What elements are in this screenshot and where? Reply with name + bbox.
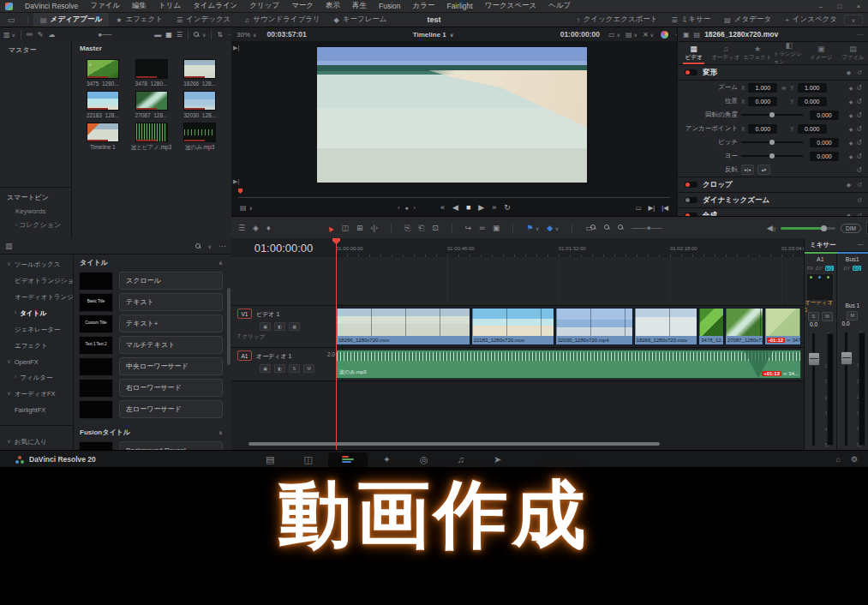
media-clip[interactable]: 22183_128...: [83, 91, 123, 121]
media-clip[interactable]: Timeline 1: [83, 123, 123, 154]
menu-item[interactable]: ファイル: [84, 0, 126, 12]
effects-more-options-icon[interactable]: ···: [218, 242, 226, 250]
media-clip-thumbnail[interactable]: [183, 59, 216, 79]
marker-dropdown[interactable]: ◆ ∨: [547, 224, 559, 232]
title-preset-thumbnail[interactable]: [79, 400, 113, 419]
menu-item[interactable]: ワークスペース: [479, 0, 543, 12]
stop-button[interactable]: ■: [466, 203, 470, 212]
title-preset-name[interactable]: スクロール: [119, 272, 223, 290]
menu-item[interactable]: 再生: [346, 0, 373, 12]
title-preset-name[interactable]: 中央ローワーサード: [119, 357, 223, 375]
retime-curve-icon[interactable]: ↪: [465, 224, 472, 232]
timeline-video-clip[interactable]: 18266_1280x720.mov: [336, 308, 470, 345]
effects-tree-item[interactable]: › タイトル: [0, 309, 73, 326]
menu-item[interactable]: 編集: [126, 0, 153, 12]
title-preset[interactable]: 右ローワーサード: [73, 377, 231, 398]
reset-icon[interactable]: ↺: [856, 166, 862, 174]
fusion-title-thumbnail[interactable]: [79, 441, 113, 451]
reset-icon[interactable]: ↺: [856, 153, 862, 160]
collapse-icon[interactable]: ∧: [218, 260, 223, 267]
menu-item[interactable]: DaVinci Resolve: [19, 0, 84, 12]
menu-item[interactable]: カラー: [407, 0, 441, 12]
title-preset[interactable]: Custom Title テキスト+: [73, 313, 231, 334]
loop-button[interactable]: ↻: [504, 203, 511, 212]
media-clip[interactable]: 27087_128...: [131, 91, 172, 121]
fusion-page-tab[interactable]: ✦: [383, 454, 391, 465]
title-preset-name[interactable]: 右ローワーサード: [119, 379, 223, 397]
eq-curve-display[interactable]: [806, 273, 834, 301]
title-preset-name[interactable]: テキスト+: [119, 314, 223, 332]
viewer-mode-dropdown[interactable]: ▤ ∨: [240, 204, 253, 212]
inspector-tab[interactable]: ★ エフェクト: [741, 42, 773, 64]
position-lock-icon[interactable]: ▣: [493, 224, 500, 232]
viewer-scrub-bar[interactable]: [238, 189, 670, 198]
flip-horizontal-button[interactable]: ▸|◂: [741, 165, 754, 175]
media-clip-thumbnail[interactable]: [135, 91, 168, 111]
timeline-video-clip[interactable]: 32030_1280x720.mp4: [555, 308, 633, 345]
media-clip[interactable]: 3478_1280...: [131, 59, 172, 89]
effects-tree-item[interactable]: ∨ オーディオFX: [0, 390, 73, 406]
timeline-horizontal-scrollbar[interactable]: [248, 442, 660, 446]
trim-edit-mode-icon[interactable]: ◫: [342, 224, 350, 232]
effects-tree-item[interactable]: ビデオトランジション: [0, 277, 73, 293]
minimize-button[interactable]: –: [811, 0, 830, 12]
gang-dropdown[interactable]: ▤ ∨: [626, 31, 638, 39]
mute-button[interactable]: M: [303, 364, 314, 373]
dynamic-zoom-section-header[interactable]: ダイナミックズーム ↺: [678, 193, 868, 208]
timeline-video-clip[interactable]: -01:12 ∞ 347...: [764, 308, 801, 345]
channel-id[interactable]: A1: [817, 254, 824, 264]
title-preset-name[interactable]: マルチテキスト: [119, 336, 223, 354]
media-clip[interactable]: 18266_128...: [180, 59, 219, 89]
go-to-end-button[interactable]: »: [492, 203, 496, 212]
project-settings-gear-icon[interactable]: ⚙: [851, 455, 858, 464]
fader-handle[interactable]: [841, 351, 853, 365]
channel-id[interactable]: Bus1: [846, 254, 859, 264]
inspector-tab[interactable]: ▣ イメージ: [805, 42, 837, 64]
toolbar-button[interactable]: +インスペクタ: [778, 13, 844, 27]
next-marker-icon[interactable]: ▶|: [649, 204, 655, 212]
zoom-x-field[interactable]: 1.000: [748, 83, 777, 93]
rotation-slider[interactable]: [741, 114, 803, 116]
scrub-playhead[interactable]: [238, 189, 242, 194]
menu-item[interactable]: Fusion: [373, 0, 407, 12]
reset-icon[interactable]: ↺: [856, 125, 862, 133]
detail-zoom-icon[interactable]: [604, 224, 610, 232]
keyframe-icon[interactable]: ◆: [849, 112, 853, 118]
media-page-tab[interactable]: ▤: [266, 454, 274, 465]
title-preset-name[interactable]: テキスト: [119, 293, 223, 311]
timeline-video-clip[interactable]: 3478_12...: [698, 308, 724, 345]
title-preset[interactable]: Text 1 Text 2 マルチテキスト: [73, 334, 231, 356]
dynamics-slot[interactable]: DY: [843, 266, 850, 271]
smart-bin-keywords[interactable]: Keywords: [0, 207, 71, 215]
menu-item[interactable]: 表示: [320, 0, 346, 12]
bin-master[interactable]: マスター: [0, 41, 71, 55]
audio-track-id[interactable]: A1: [237, 350, 252, 361]
toolbar-button[interactable]: ↑クイックエクスポート: [570, 13, 665, 27]
menu-item[interactable]: マーク: [285, 0, 320, 12]
timeline-audio-clip[interactable]: 波のみ.mp3 +01:12∞34...: [336, 350, 801, 379]
fusion-title-preset[interactable]: Background Reveal: [73, 440, 231, 450]
anchor-y-field[interactable]: 0.000: [798, 124, 827, 134]
channel-fader[interactable]: 05101520304050: [805, 330, 836, 451]
inspector-tab[interactable]: ♫ オーディオ: [709, 42, 741, 64]
viewer-timecode[interactable]: 01:00:00:00: [560, 30, 600, 39]
search-icon[interactable]: [194, 32, 200, 38]
effects-tree-item[interactable]: エフェクト: [0, 342, 73, 358]
media-clip-thumbnail[interactable]: [87, 91, 119, 111]
list-view-icon[interactable]: ☰: [177, 31, 183, 39]
link-clips-icon[interactable]: ∞: [479, 224, 484, 232]
media-clip-thumbnail[interactable]: ♪: [87, 59, 119, 79]
inspector-tab[interactable]: ▦ ビデオ: [678, 42, 709, 64]
sort-icon[interactable]: ⇅: [217, 31, 223, 39]
pitch-field[interactable]: 0.000: [810, 138, 839, 147]
titles-section-header[interactable]: タイトル∧: [73, 254, 231, 270]
track-enable-icon[interactable]: ▦: [289, 322, 300, 331]
transform-section-header[interactable]: 変形 ◆↺: [678, 65, 868, 81]
eq-slot[interactable]: EQ: [853, 266, 861, 271]
color-wheel-icon[interactable]: [661, 31, 668, 39]
effects-tree-item[interactable]: オーディオトランジシ..: [0, 293, 73, 309]
effects-scrollbar[interactable]: [227, 288, 230, 365]
inspector-tab[interactable]: ◧ トランジション: [774, 42, 805, 64]
toolbar-button[interactable]: ☰ミキサー: [664, 13, 717, 27]
crop-toggle[interactable]: [685, 182, 697, 188]
